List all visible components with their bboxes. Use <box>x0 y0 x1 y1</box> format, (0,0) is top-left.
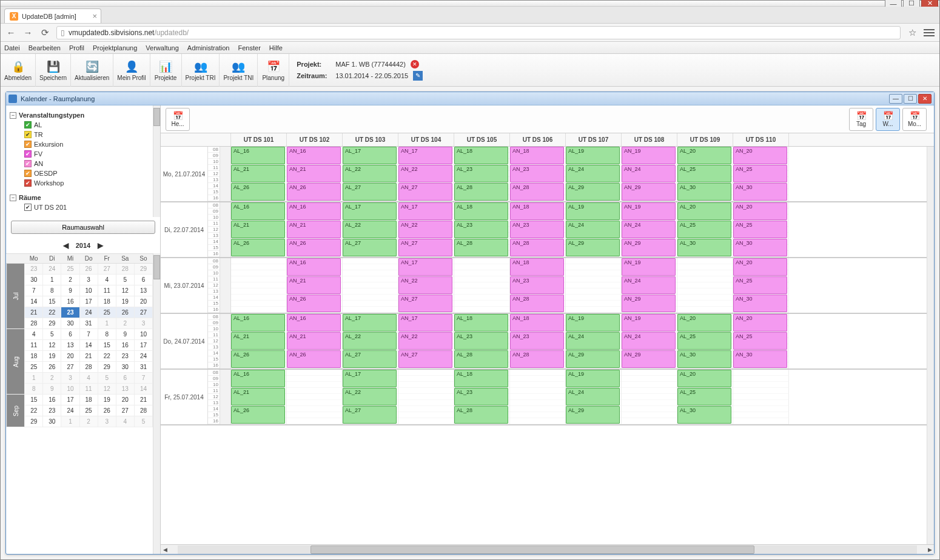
room-cell[interactable]: AN_18AN_23AN_28 <box>510 314 566 368</box>
calendar-day[interactable]: 17 <box>79 296 98 307</box>
event[interactable]: AN_21 <box>287 165 341 182</box>
calendar-day[interactable]: 1 <box>43 275 61 285</box>
event[interactable]: AL_16 <box>231 370 285 387</box>
room-cell[interactable]: AN_18AN_23AN_28 <box>510 202 566 257</box>
event[interactable]: AL_18 <box>454 202 508 220</box>
event[interactable]: AN_22 <box>398 332 452 350</box>
event[interactable]: AN_22 <box>398 221 452 238</box>
calendar-day[interactable]: 29 <box>98 362 116 373</box>
calendar-day[interactable]: 18 <box>98 296 116 307</box>
calendar-day[interactable]: 25 <box>79 405 98 416</box>
calendar-day[interactable]: 5 <box>116 275 134 285</box>
event[interactable]: AN_28 <box>510 239 564 256</box>
calendar-day[interactable]: 4 <box>79 373 98 384</box>
room-checkbox[interactable]: ✔ <box>24 204 32 211</box>
event[interactable]: AL_29 <box>566 406 620 424</box>
calendar-day[interactable]: 24 <box>79 307 98 318</box>
room-cell[interactable] <box>343 258 398 313</box>
event[interactable]: AL_29 <box>566 350 620 368</box>
forward-icon[interactable]: → <box>22 27 33 38</box>
calendar-day[interactable]: 13 <box>61 340 79 351</box>
event[interactable]: AN_17 <box>398 202 452 220</box>
event[interactable]: AN_24 <box>622 221 676 238</box>
event[interactable]: AN_25 <box>733 165 787 182</box>
calendar-day[interactable]: 28 <box>25 318 43 329</box>
calendar-day[interactable]: 24 <box>43 264 61 275</box>
event[interactable]: AL_18 <box>454 370 508 387</box>
event[interactable]: AN_29 <box>622 239 676 256</box>
calendar-day[interactable]: 5 <box>134 416 152 427</box>
event[interactable]: AN_23 <box>510 276 564 294</box>
calendar-day[interactable]: 10 <box>134 329 152 340</box>
room-header[interactable]: UT DS 101 <box>231 133 287 146</box>
room-cell[interactable] <box>231 258 287 313</box>
calendar-day[interactable]: 9 <box>116 329 134 340</box>
room-cell[interactable]: AL_17AL_22AL_27 <box>343 147 398 201</box>
room-cell[interactable] <box>566 258 622 313</box>
menu-hilfe[interactable]: Hilfe <box>269 44 283 52</box>
type-checkbox[interactable]: ✔ <box>24 170 32 177</box>
event[interactable]: AN_17 <box>398 258 452 276</box>
room-cell[interactable]: AL_16AL_21AL_26 <box>231 202 287 257</box>
menu-verwaltung[interactable]: Verwaltung <box>146 44 178 52</box>
event[interactable]: AL_21 <box>231 221 285 238</box>
event[interactable]: AN_19 <box>622 314 676 332</box>
tab-close-icon[interactable]: × <box>92 12 97 21</box>
room-selection-button[interactable]: Raumauswahl <box>11 221 155 234</box>
calendar-day[interactable]: 7 <box>25 285 43 296</box>
event[interactable]: AL_20 <box>677 202 731 220</box>
event[interactable]: AN_26 <box>287 295 341 312</box>
room-cell[interactable]: AN_19AN_24AN_29 <box>622 258 677 313</box>
event[interactable]: AN_20 <box>733 147 787 164</box>
room-cell[interactable]: AN_17AN_22AN_27 <box>398 258 454 313</box>
calendar-day[interactable]: 11 <box>79 384 98 395</box>
window-maximize[interactable]: ☐ <box>904 94 917 104</box>
event[interactable]: AL_19 <box>566 370 620 387</box>
event[interactable]: AN_22 <box>398 276 452 294</box>
event[interactable]: AL_19 <box>566 147 620 164</box>
event[interactable]: AL_23 <box>454 332 508 350</box>
event[interactable]: AN_28 <box>510 183 564 201</box>
room-cell[interactable]: AN_16AN_21AN_26 <box>287 147 343 201</box>
menu-fenster[interactable]: Fenster <box>238 44 261 52</box>
event[interactable]: AN_29 <box>622 295 676 312</box>
event[interactable]: AL_23 <box>454 165 508 182</box>
calendar-day[interactable]: 11 <box>25 340 43 351</box>
event[interactable]: AL_18 <box>454 147 508 164</box>
calendar-day[interactable]: 28 <box>116 264 134 275</box>
event[interactable]: AN_18 <box>510 314 564 332</box>
calendar-day[interactable]: 1 <box>25 373 43 384</box>
event[interactable]: AN_30 <box>733 239 787 256</box>
calendar-day[interactable]: 5 <box>98 373 116 384</box>
event[interactable]: AN_25 <box>733 221 787 238</box>
event[interactable]: AL_30 <box>677 183 731 201</box>
browser-tab[interactable]: X UpdateDB [admin] × <box>4 8 101 23</box>
calendar-day[interactable]: 1 <box>98 318 116 329</box>
room-cell[interactable]: AL_18AL_23AL_28 <box>454 314 510 368</box>
calendar-day[interactable]: 3 <box>61 373 79 384</box>
room-cell[interactable]: AL_16AL_21AL_26 <box>231 314 287 368</box>
calendar-day[interactable]: 21 <box>25 307 43 318</box>
event[interactable]: AN_29 <box>622 183 676 201</box>
room-cell[interactable]: AN_19AN_24AN_29 <box>622 202 677 257</box>
year-prev-icon[interactable]: ◀ <box>63 241 69 250</box>
event[interactable]: AL_16 <box>231 314 285 332</box>
room-cell[interactable] <box>677 258 733 313</box>
room-header[interactable]: UT DS 103 <box>343 133 398 146</box>
calendar-day[interactable]: 8 <box>98 329 116 340</box>
calendar-day[interactable]: 11 <box>98 285 116 296</box>
event[interactable]: AN_19 <box>622 258 676 276</box>
event[interactable]: AL_19 <box>566 202 620 220</box>
event[interactable]: AL_19 <box>566 314 620 332</box>
calendar-day[interactable]: 30 <box>61 318 79 329</box>
calendar-day[interactable]: 19 <box>116 296 134 307</box>
room-cell[interactable] <box>733 370 789 424</box>
event[interactable]: AN_25 <box>733 332 787 350</box>
calendar-day[interactable]: 26 <box>98 405 116 416</box>
calendar-day[interactable]: 29 <box>134 264 152 275</box>
menu-profil[interactable]: Profil <box>69 44 84 52</box>
event[interactable]: AL_30 <box>677 239 731 256</box>
year-next-icon[interactable]: ▶ <box>98 241 103 250</box>
calendar-day[interactable]: 23 <box>61 307 79 318</box>
room-cell[interactable]: AL_18AL_23AL_28 <box>454 147 510 201</box>
